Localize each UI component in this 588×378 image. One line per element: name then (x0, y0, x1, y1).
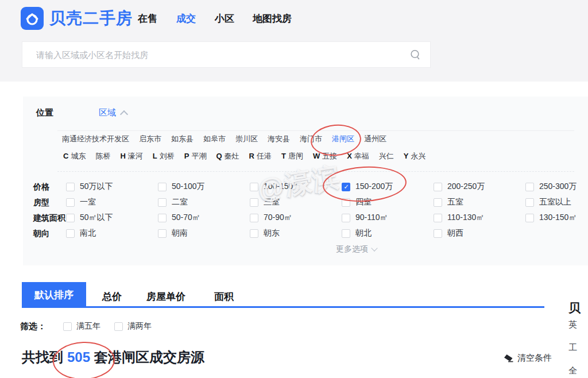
district-link[interactable]: 启东市 (139, 134, 161, 144)
sub-district-list: C城东 陈桥 H濠河 L刘桥 P平潮 Q秦灶 R任港 T唐闸 W五接 X幸福 兴… (63, 151, 426, 161)
sidebar-heading-cutoff: 贝 (568, 300, 581, 316)
sidebar-item-cutoff[interactable]: 全 (568, 365, 577, 376)
filter-option[interactable]: 五室以上 (525, 196, 571, 208)
more-options-button[interactable]: 更多选项 (336, 244, 377, 254)
checkbox[interactable] (158, 214, 167, 222)
checkbox[interactable] (342, 229, 350, 238)
checkbox[interactable] (250, 229, 258, 238)
filter-option-label: 五室以上 (539, 197, 571, 207)
sub-district-link[interactable]: X幸福 (347, 151, 369, 161)
checkbox[interactable] (342, 198, 350, 207)
quick-filter-option[interactable]: 满两年 (114, 321, 152, 331)
checkbox[interactable] (525, 198, 534, 207)
checkbox[interactable] (434, 229, 442, 238)
filter-option-label: 250-300万 (539, 182, 577, 192)
district-link[interactable]: 如皋市 (203, 134, 226, 144)
filter-option[interactable]: 70-90㎡ (250, 212, 292, 223)
filter-option[interactable]: 二室 (158, 196, 188, 208)
filter-option[interactable]: 50万以下 (66, 181, 113, 192)
filter-option[interactable]: 50-100万 (158, 181, 205, 192)
search-input[interactable] (35, 49, 409, 60)
filter-option[interactable]: 朝北 (342, 227, 372, 239)
tab-label: 默认排序 (34, 288, 74, 302)
filter-option[interactable]: 朝东 (250, 227, 280, 239)
filter-option[interactable]: 250-300万 (525, 181, 577, 192)
tab-unit-price[interactable]: 房屋单价 (146, 290, 185, 303)
checkbox[interactable] (158, 229, 167, 238)
district-link[interactable]: 崇川区 (235, 134, 258, 144)
filter-option[interactable]: 110-130㎡ (434, 212, 484, 223)
filter-option-selected[interactable]: 150-200万 (342, 181, 393, 192)
filter-option-label: 朝北 (355, 228, 372, 238)
tab-total-price[interactable]: 总价 (102, 290, 122, 303)
filter-option[interactable]: 90-110㎡ (342, 212, 388, 223)
filter-option[interactable]: 四室 (342, 196, 372, 208)
district-link[interactable]: 通州区 (364, 134, 386, 144)
search-icon[interactable] (409, 49, 421, 60)
logo[interactable]: 贝壳二手房 (21, 7, 133, 30)
tab-area[interactable]: 面积 (214, 290, 234, 303)
sub-district-letter: P (184, 152, 189, 160)
sub-district-link[interactable]: L刘桥 (153, 151, 175, 161)
sub-district-link[interactable]: C城东 (63, 151, 86, 161)
checkbox[interactable] (66, 214, 75, 222)
quick-filter-option[interactable]: 满五年 (63, 321, 100, 331)
filter-option[interactable]: 一室 (66, 196, 96, 208)
checkbox[interactable] (434, 214, 442, 222)
sub-district-link[interactable]: R任港 (249, 151, 272, 161)
checkbox[interactable] (250, 183, 258, 191)
checkbox[interactable] (525, 183, 534, 191)
filter-option-label: 朝东 (264, 228, 280, 238)
district-link[interactable]: 南通经济技术开发区 (62, 134, 129, 144)
nav-item-sold[interactable]: 成交 (176, 12, 196, 25)
checkbox-checked-icon[interactable] (342, 183, 350, 191)
checkbox[interactable] (66, 198, 75, 207)
results-count: 505 (63, 349, 94, 365)
sub-district-link[interactable]: 兴仁 (379, 151, 394, 161)
sub-district-letter: L (153, 152, 157, 160)
checkbox[interactable] (66, 229, 75, 238)
filter-option[interactable]: 五室 (434, 196, 463, 208)
sidebar-item-cutoff[interactable]: 工 (568, 342, 577, 353)
filter-row-area: 建筑面积 50㎡以下 50-70㎡ 70-90㎡ 90-110㎡ 110-130… (23, 211, 588, 224)
sub-district-link[interactable]: Y永兴 (404, 151, 426, 161)
checkbox[interactable] (250, 214, 258, 222)
checkbox[interactable] (63, 322, 72, 331)
region-selector[interactable]: 区域 (99, 107, 127, 118)
sub-district-link[interactable]: H濠河 (120, 151, 142, 161)
filter-option-label: 50-70㎡ (172, 213, 200, 223)
sub-district-link[interactable]: T唐闸 (281, 151, 303, 161)
nav-item-community[interactable]: 小区 (215, 12, 234, 25)
district-link[interactable]: 海安县 (268, 134, 290, 144)
filter-option[interactable]: 三室 (250, 196, 280, 208)
checkbox[interactable] (114, 322, 123, 331)
filter-option[interactable]: 50㎡以下 (66, 212, 113, 223)
filter-option[interactable]: 50-70㎡ (158, 212, 200, 223)
sub-district-link[interactable]: W五接 (313, 151, 337, 161)
checkbox[interactable] (434, 198, 442, 207)
sub-district-link[interactable]: 陈桥 (95, 151, 110, 161)
district-link-active[interactable]: 港闸区 (332, 134, 354, 144)
filter-option[interactable]: 南北 (66, 227, 96, 239)
sidebar-item-cutoff[interactable]: 英 (568, 319, 577, 330)
checkbox[interactable] (158, 198, 167, 207)
checkbox[interactable] (434, 183, 442, 191)
checkbox[interactable] (250, 198, 258, 207)
clear-filters-button[interactable]: 清空条件 (504, 353, 552, 364)
district-link[interactable]: 如东县 (171, 134, 194, 144)
filter-option[interactable]: 130-150㎡ (525, 212, 577, 223)
sub-district-link[interactable]: P平潮 (184, 151, 207, 161)
tab-default-sort[interactable]: 默认排序 (22, 282, 86, 308)
sub-district-link[interactable]: Q秦灶 (216, 151, 239, 161)
checkbox[interactable] (525, 214, 534, 222)
filter-option[interactable]: 朝西 (434, 227, 463, 239)
checkbox[interactable] (342, 214, 350, 222)
filter-option[interactable]: 200-250万 (434, 181, 485, 192)
checkbox[interactable] (158, 183, 167, 191)
checkbox[interactable] (66, 183, 75, 191)
nav-item-map-search[interactable]: 地图找房 (253, 12, 292, 25)
nav-item-onsale[interactable]: 在售 (138, 12, 157, 25)
filter-option[interactable]: 朝南 (158, 227, 188, 239)
filter-option[interactable]: 100-150万 (250, 181, 301, 192)
district-link[interactable]: 海门市 (300, 134, 322, 144)
